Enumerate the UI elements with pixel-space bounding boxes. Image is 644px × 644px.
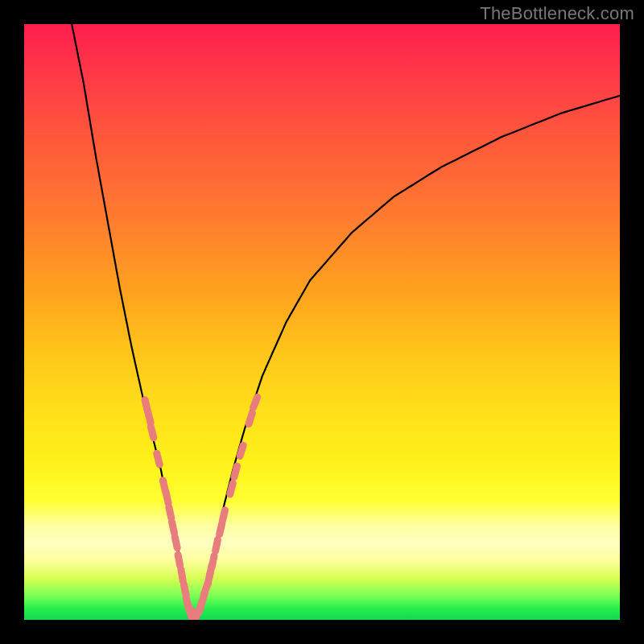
highlight-marker <box>184 584 186 596</box>
highlight-marker <box>249 413 252 423</box>
highlight-marker <box>157 453 159 464</box>
highlight-marker <box>230 483 233 494</box>
highlight-marker <box>212 556 214 568</box>
highlight-marker <box>234 466 237 477</box>
chart-container: TheBottleneck.com <box>0 0 644 644</box>
highlight-marker <box>222 510 225 522</box>
highlight-marker <box>181 570 183 581</box>
curve-svg <box>24 24 620 620</box>
marker-group <box>145 397 258 620</box>
plot-area <box>24 24 620 620</box>
curve-group <box>72 24 620 614</box>
highlight-marker <box>166 493 168 504</box>
highlight-marker <box>175 537 177 548</box>
highlight-marker <box>216 540 218 551</box>
highlight-marker <box>240 445 243 456</box>
series-right-branch <box>197 96 620 614</box>
highlight-marker <box>220 523 222 535</box>
highlight-marker <box>172 522 175 534</box>
highlight-marker <box>178 555 180 566</box>
highlight-marker <box>169 507 171 518</box>
highlight-marker <box>151 427 153 438</box>
highlight-marker <box>254 397 258 407</box>
watermark-text: TheBottleneck.com <box>480 3 634 24</box>
highlight-marker <box>148 412 151 423</box>
